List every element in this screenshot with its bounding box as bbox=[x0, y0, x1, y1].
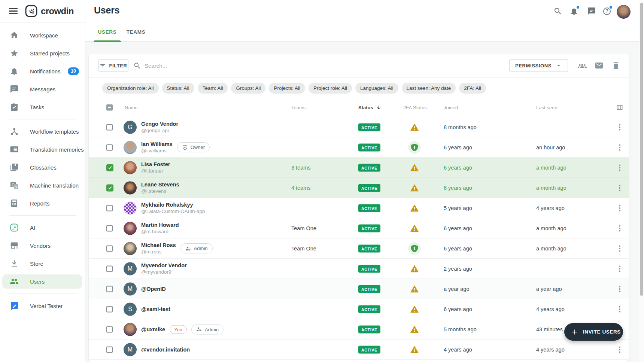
sidebar-item-notifications[interactable]: Notifications10 bbox=[0, 62, 85, 80]
row-menu-icon[interactable] bbox=[614, 265, 625, 273]
crowdin-logo[interactable]: crowdin bbox=[25, 5, 74, 17]
row-checkbox[interactable] bbox=[106, 225, 113, 231]
invite-users-button[interactable]: INVITE USERS bbox=[564, 323, 623, 341]
row-menu-icon[interactable] bbox=[614, 143, 625, 152]
user-name[interactable]: @vendor.invitation bbox=[141, 346, 190, 353]
row-menu-icon[interactable] bbox=[614, 164, 625, 172]
row-menu-icon[interactable] bbox=[614, 204, 625, 212]
row-checkbox[interactable] bbox=[106, 164, 113, 171]
permissions-button[interactable]: PERMISSIONS bbox=[509, 59, 568, 72]
user-row-openid[interactable]: M@OpenIDACTIVEa year agoa year ago bbox=[89, 279, 629, 299]
user-name[interactable]: @uxmike bbox=[141, 326, 165, 332]
help-icon[interactable] bbox=[602, 7, 611, 16]
select-all-checkbox[interactable] bbox=[106, 104, 113, 111]
row-checkbox[interactable] bbox=[106, 245, 113, 252]
filter-chip[interactable]: Status: All bbox=[162, 83, 194, 94]
column-teams[interactable]: Teams bbox=[291, 105, 306, 110]
filter-button[interactable]: FILTER bbox=[98, 59, 128, 72]
row-menu-icon[interactable] bbox=[614, 285, 625, 293]
filter-chip[interactable]: Project role: All bbox=[309, 83, 352, 94]
sidebar-item-users[interactable]: Users bbox=[2, 273, 82, 290]
sidebar-item-machine-translation[interactable]: GxMachine translation bbox=[0, 176, 85, 194]
search-input[interactable] bbox=[145, 63, 257, 69]
row-menu-icon[interactable] bbox=[614, 184, 625, 192]
filter-chip[interactable]: Organization role: All bbox=[102, 83, 159, 94]
user-row-mhoward[interactable]: Martin Howard@m.howardTeam OneACTIVE6 ye… bbox=[89, 218, 629, 238]
sidebar-item-reports[interactable]: Reports bbox=[0, 194, 85, 212]
sidebar-item-vendors[interactable]: Vendors bbox=[0, 237, 85, 255]
user-row-gengo-api[interactable]: GGengo Vendor@gengo-apiACTIVE8 months ag… bbox=[89, 117, 629, 137]
sidebar-item-store[interactable]: Store bbox=[0, 255, 85, 273]
row-checkbox[interactable] bbox=[106, 326, 113, 332]
row-checkbox[interactable] bbox=[106, 205, 113, 211]
user-row-myvendor9[interactable]: MMyvendor Vendor@myvendor9ACTIVE2 years … bbox=[89, 259, 629, 279]
filter-chip[interactable]: 2FA: All bbox=[459, 83, 486, 94]
user-name[interactable]: Gengo Vendor bbox=[141, 121, 178, 127]
row-checkbox[interactable] bbox=[106, 144, 113, 150]
filter-chip[interactable]: Projects: All bbox=[269, 83, 305, 94]
sidebar-item-translation-memories[interactable]: Translation memories bbox=[0, 140, 85, 158]
user-row-uxmike[interactable]: @uxmikeYouAdminACTIVE5 months ago43 minu… bbox=[89, 319, 629, 340]
user-name[interactable]: Michael Ross bbox=[141, 242, 176, 249]
user-name[interactable]: Myvendor Vendor bbox=[141, 262, 187, 269]
filter-chip[interactable]: Team: All bbox=[198, 83, 228, 94]
user-avatar[interactable] bbox=[617, 5, 631, 19]
column-status[interactable]: Status bbox=[358, 105, 382, 110]
user-name[interactable]: @saml-test bbox=[141, 305, 170, 312]
user-row-saml-test[interactable]: S@saml-testACTIVE6 years ago4 years ago bbox=[89, 299, 629, 319]
column-joined[interactable]: Joined bbox=[444, 105, 458, 110]
column-name[interactable]: Name bbox=[125, 105, 138, 110]
sidebar-item-glossaries[interactable]: Glossaries bbox=[0, 158, 85, 176]
columns-settings-icon[interactable] bbox=[614, 104, 625, 111]
user-name[interactable]: Ian Williams bbox=[141, 141, 173, 147]
row-menu-icon[interactable] bbox=[614, 224, 625, 232]
user-name[interactable]: Leane Stevens bbox=[141, 181, 179, 188]
teams-cell[interactable]: 3 teams bbox=[291, 165, 311, 171]
user-row-iwilliams[interactable]: Ian Williams@i.williamsOwnerACTIVE6 year… bbox=[89, 137, 629, 158]
teams-cell[interactable]: Team One bbox=[291, 246, 316, 252]
sidebar-item-tasks[interactable]: Tasks bbox=[0, 98, 85, 116]
user-row-vendorinvitation[interactable]: M@vendor.invitationACTIVE4 years ago4 ye… bbox=[89, 340, 629, 360]
row-menu-icon[interactable] bbox=[614, 305, 625, 313]
sidebar-item-workflow-templates[interactable]: Workflow templates bbox=[0, 122, 85, 140]
sidebar-item-workspace[interactable]: Workspace bbox=[0, 26, 85, 44]
row-menu-icon[interactable] bbox=[614, 244, 625, 253]
row-menu-icon[interactable] bbox=[614, 123, 625, 131]
email-icon[interactable] bbox=[595, 61, 604, 70]
column-2fa[interactable]: 2FA Status bbox=[403, 105, 427, 110]
row-checkbox[interactable] bbox=[106, 184, 113, 191]
row-checkbox[interactable] bbox=[106, 124, 113, 130]
row-checkbox[interactable] bbox=[106, 346, 113, 353]
user-row-lalala-custom-oauth-app[interactable]: Mykhailo Rohalskyy@Lalala-Custom-OAuth-a… bbox=[89, 198, 629, 218]
sidebar-item-ai[interactable]: AI bbox=[0, 219, 85, 237]
notifications-icon[interactable] bbox=[569, 7, 578, 16]
filter-chip[interactable]: Groups: All bbox=[231, 83, 265, 94]
filter-chip[interactable]: Languages: All bbox=[355, 83, 398, 94]
sidebar-item-starred-projects[interactable]: Starred projects bbox=[0, 44, 85, 62]
user-name[interactable]: Mykhailo Rohalskyy bbox=[141, 201, 205, 208]
delete-icon[interactable] bbox=[611, 61, 620, 70]
column-last-seen[interactable]: Last seen bbox=[536, 105, 557, 110]
user-row-lforster[interactable]: Lisa Foster@l.forster3 teamsACTIVE6 year… bbox=[89, 158, 629, 178]
menu-icon[interactable] bbox=[9, 8, 18, 14]
row-checkbox[interactable] bbox=[106, 306, 113, 312]
user-name[interactable]: Martin Howard bbox=[141, 222, 179, 228]
user-name[interactable]: @OpenID bbox=[141, 285, 166, 292]
user-row-lstevens[interactable]: Leane Stevens@l.stevens4 teamsACTIVE6 ye… bbox=[89, 178, 629, 198]
sidebar-item-messages[interactable]: Messages bbox=[0, 80, 85, 98]
tab-users[interactable]: USERS bbox=[94, 22, 121, 42]
teams-cell[interactable]: 4 teams bbox=[291, 185, 311, 191]
user-name[interactable]: Lisa Foster bbox=[141, 161, 170, 168]
tab-teams[interactable]: TEAMS bbox=[124, 22, 148, 42]
row-checkbox[interactable] bbox=[106, 286, 113, 292]
filter-chip[interactable]: Last seen: Any date bbox=[402, 83, 456, 94]
messages-icon[interactable] bbox=[587, 7, 596, 16]
scrollbar[interactable] bbox=[639, 0, 644, 362]
row-checkbox[interactable] bbox=[106, 265, 113, 272]
teams-cell[interactable]: Team One bbox=[291, 225, 316, 231]
add-to-team-icon[interactable] bbox=[578, 61, 587, 70]
search-icon[interactable] bbox=[553, 7, 562, 16]
user-row-mross[interactable]: Michael Ross@m.rossAdminTeam OneACTIVE6 … bbox=[89, 238, 629, 259]
sidebar-item-verbal-tester[interactable]: Verbal Tester bbox=[0, 297, 85, 315]
scrollbar-thumb[interactable] bbox=[640, 3, 643, 296]
